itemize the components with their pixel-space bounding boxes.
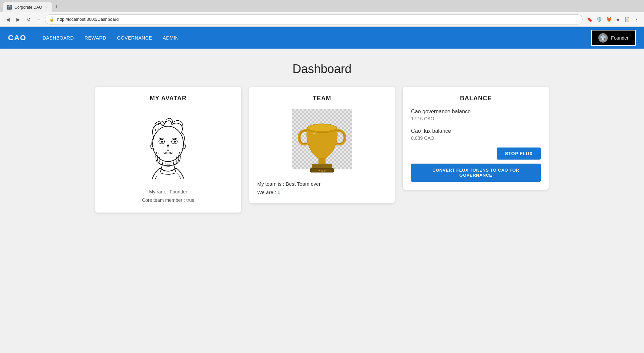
avatar-info: My rank : Founder Core team member : tru… [103, 188, 233, 204]
team-count-row: We are : 1 [257, 189, 387, 195]
governance-balance-section: Cao governance balance 172.5 CAO [411, 109, 541, 121]
url-text: http://localhost:3000/Dashboard [57, 17, 578, 22]
governance-balance-label: Cao governance balance [411, 109, 541, 115]
app-navbar: CAO DASHBOARD REWARD GOVERNANCE ADMIN 🏛️… [0, 27, 644, 49]
more-menu-button[interactable]: ⋮ [633, 15, 640, 23]
avatar-card: MY AVATAR [95, 87, 241, 213]
bookmark-button[interactable]: 🔖 [585, 15, 594, 23]
user-menu-button[interactable]: 🏛️ Founder [591, 30, 636, 46]
page-title: Dashboard [95, 62, 549, 76]
trophy-svg: ★ ★ ★ [292, 109, 352, 176]
back-button[interactable]: ◀ [4, 16, 12, 23]
tab-close-button[interactable]: ✕ [45, 5, 48, 9]
svg-point-4 [174, 141, 176, 143]
avatar-card-title: MY AVATAR [103, 95, 233, 102]
team-card-title: TEAM [257, 95, 387, 102]
avatar-svg [135, 109, 202, 182]
avatar-image-container [103, 109, 233, 182]
nav-bar: ◀ ▶ ↺ ⌂ 🔒 http://localhost:3000/Dashboar… [0, 12, 644, 27]
star-extension-icon[interactable]: ★ [614, 15, 622, 23]
tab-bar: 🏛️ Corporate DAO ✕ + [0, 0, 644, 12]
team-name: My team is : Best Team ever [257, 181, 387, 187]
svg-point-13 [308, 124, 336, 131]
cards-row: MY AVATAR [95, 87, 549, 213]
forward-button[interactable]: ▶ [14, 16, 22, 23]
svg-text:★ ★ ★: ★ ★ ★ [318, 170, 326, 172]
nav-dashboard[interactable]: DASHBOARD [43, 35, 74, 41]
user-avatar-icon: 🏛️ [598, 33, 608, 43]
nav-governance[interactable]: GOVERNANCE [117, 35, 152, 41]
team-card: TEAM [249, 87, 395, 203]
flux-balance-value: 0.039 CAO [411, 135, 541, 141]
main-content: Dashboard MY AVATAR [87, 49, 557, 226]
home-button[interactable]: ⌂ [36, 16, 42, 23]
convert-flux-button[interactable]: CONVERT FLUX TOKENS TO CAO FOR GOVERNANC… [411, 164, 541, 182]
governance-balance-value: 172.5 CAO [411, 116, 541, 121]
balance-card: BALANCE Cao governance balance 172.5 CAO… [403, 87, 549, 190]
tab-title: Corporate DAO [14, 5, 42, 10]
stop-flux-button[interactable]: STOP FLUX [497, 148, 541, 160]
clipboard-extension-icon[interactable]: 📋 [623, 15, 631, 23]
reload-button[interactable]: ↺ [25, 16, 33, 23]
team-count-prefix: We are : [257, 189, 278, 195]
avatar-core-member: Core team member : true [103, 196, 233, 204]
fox-extension-icon[interactable]: 🦊 [605, 15, 613, 23]
address-bar[interactable]: 🔒 http://localhost:3000/Dashboard [45, 14, 583, 24]
avatar-rank: My rank : Founder [103, 188, 233, 196]
new-tab-button[interactable]: + [52, 4, 61, 11]
nav-reward[interactable]: REWARD [85, 35, 106, 41]
tab-favicon: 🏛️ [7, 5, 12, 10]
browser-chrome: 🏛️ Corporate DAO ✕ + ◀ ▶ ↺ ⌂ 🔒 http://lo… [0, 0, 644, 27]
team-count-value: 1 [277, 189, 280, 195]
nav-brand: CAO [8, 34, 26, 42]
svg-point-3 [161, 141, 163, 143]
trophy-container: ★ ★ ★ [257, 109, 387, 176]
balance-card-title: BALANCE [411, 95, 541, 102]
nav-links: DASHBOARD REWARD GOVERNANCE ADMIN [43, 35, 179, 41]
flux-balance-section: Cao flux balance 0.039 CAO [411, 128, 541, 141]
lock-icon: 🔒 [49, 17, 54, 22]
shield-icon[interactable]: 🛡️ [595, 15, 603, 23]
active-tab[interactable]: 🏛️ Corporate DAO ✕ [3, 2, 52, 12]
nav-admin[interactable]: ADMIN [163, 35, 179, 41]
user-label: Founder [611, 35, 629, 41]
nav-icons: 🔖 🛡️ 🦊 ★ 📋 ⋮ [585, 15, 640, 23]
flux-balance-label: Cao flux balance [411, 128, 541, 134]
